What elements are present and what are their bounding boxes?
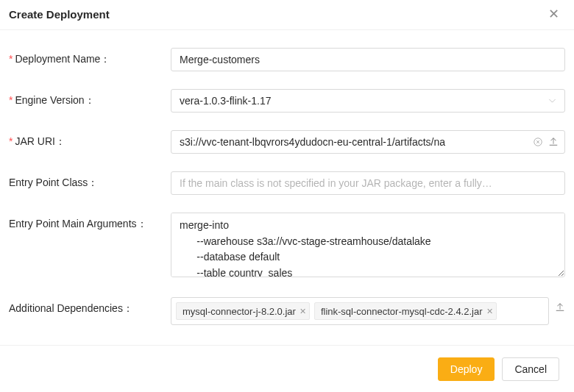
modal-footer: Deploy Cancel — [0, 345, 574, 392]
modal-body: *Deployment Name： *Engine Version： vera-… — [0, 30, 574, 349]
jar-uri-input[interactable] — [180, 136, 528, 148]
tag-remove-icon[interactable]: ✕ — [300, 307, 306, 316]
label-entry-point-class: Entry Point Class： — [9, 171, 171, 190]
engine-version-select[interactable]: vera-1.0.3-flink-1.17 — [171, 89, 565, 113]
label-engine-version: *Engine Version： — [9, 89, 171, 107]
label-additional-dependencies: Additional Dependencies： — [9, 297, 171, 316]
dependency-tag: mysql-connector-j-8.2.0.jar ✕ — [176, 302, 310, 320]
dependency-tag-label: mysql-connector-j-8.2.0.jar — [183, 306, 296, 317]
entry-point-args-textarea[interactable] — [171, 213, 565, 277]
entry-point-class-input[interactable] — [171, 171, 565, 195]
deploy-button[interactable]: Deploy — [438, 357, 495, 381]
row-jar-uri: *JAR URI： — [9, 130, 565, 154]
deployment-name-input[interactable] — [171, 48, 565, 71]
modal-title: Create Deployment — [9, 8, 110, 21]
engine-version-value: vera-1.0.3-flink-1.17 — [180, 95, 272, 107]
jar-uri-wrap — [171, 130, 565, 154]
dependencies-tag-box[interactable]: mysql-connector-j-8.2.0.jar ✕ flink-sql-… — [171, 297, 549, 325]
label-jar-uri: *JAR URI： — [9, 130, 171, 149]
dependency-tag-label: flink-sql-connector-mysql-cdc-2.4.2.jar — [321, 306, 483, 317]
row-entry-point-class: Entry Point Class： — [9, 171, 565, 195]
modal-header: Create Deployment ✕ — [0, 0, 574, 30]
dependency-tag: flink-sql-connector-mysql-cdc-2.4.2.jar … — [314, 302, 497, 320]
tag-remove-icon[interactable]: ✕ — [486, 307, 493, 316]
row-entry-point-args: Entry Point Main Arguments： — [9, 213, 565, 279]
upload-icon[interactable] — [548, 137, 559, 147]
cancel-button[interactable]: Cancel — [502, 357, 559, 381]
row-additional-dependencies: Additional Dependencies： mysql-connector… — [9, 297, 565, 325]
row-deployment-name: *Deployment Name： — [9, 48, 565, 71]
close-icon[interactable]: ✕ — [548, 7, 559, 21]
label-entry-point-args: Entry Point Main Arguments： — [9, 213, 171, 231]
row-engine-version: *Engine Version： vera-1.0.3-flink-1.17 — [9, 89, 565, 113]
upload-icon[interactable] — [555, 297, 565, 313]
label-deployment-name: *Deployment Name： — [9, 48, 171, 66]
chevron-down-icon — [548, 97, 556, 105]
clear-icon[interactable] — [534, 138, 542, 146]
